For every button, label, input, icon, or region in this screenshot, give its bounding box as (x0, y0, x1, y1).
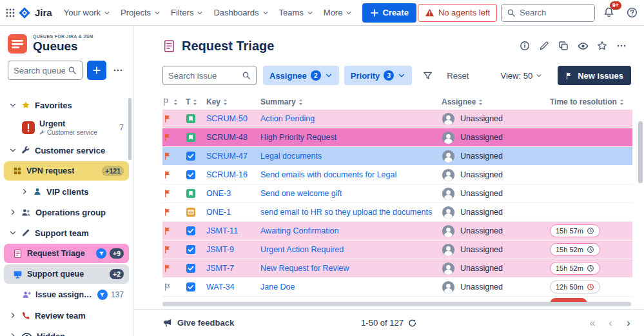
issue-summary-link[interactable]: High Priority Request (260, 133, 337, 142)
sidebar-item-review-team[interactable]: Review team (4, 306, 129, 325)
issue-key-link[interactable]: JSMT-9 (206, 245, 234, 254)
issue-row-one-1[interactable]: ONE-1send email to HR so they upload the… (162, 203, 632, 222)
sidebar-item-customer-service[interactable]: Customer service (4, 141, 129, 160)
issue-row-jsmt-7[interactable]: JSMT-7New Request for ReviewUnassigned15… (162, 259, 632, 278)
sidebar-item-vpn-request[interactable]: VPN request+121 (4, 161, 129, 181)
issue-summary-link[interactable]: Jane Doe (260, 282, 295, 292)
issue-key-link[interactable]: SCRUM-47 (206, 152, 248, 161)
app-switcher-button[interactable] (5, 3, 15, 23)
queue-search[interactable] (8, 61, 83, 80)
filter-button[interactable] (418, 66, 436, 84)
issue-row-one-3[interactable]: ONE-3Send one welcome giftUnassigned (162, 184, 632, 203)
first-page-button[interactable]: « (585, 315, 600, 331)
prev-page-button[interactable]: ‹ (603, 315, 618, 331)
global-search[interactable] (501, 4, 595, 22)
issue-summary-link[interactable]: New Request for Review (260, 264, 349, 273)
issue-row-scrum-16[interactable]: SCRUM-16Send emails with documents for L… (162, 166, 632, 184)
issue-key-link[interactable]: SCRUM-16 (206, 170, 248, 179)
refresh-button[interactable] (408, 319, 417, 328)
table-body: SCRUM-50Action PendingUnassignedSCRUM-48… (162, 110, 632, 303)
issue-row-jsmt-9[interactable]: JSMT-9Urgent Action RequiredUnassigned15… (162, 241, 632, 259)
issue-summary-link[interactable]: Urgent Action Required (260, 245, 344, 254)
issue-row-scrum-48[interactable]: SCRUM-48High Priority RequestUnassigned (162, 128, 632, 147)
issue-summary-link[interactable]: Awaiting Confirmation (260, 226, 338, 235)
page-action-more[interactable] (613, 37, 630, 54)
top-menu-filters[interactable]: Filters (166, 4, 208, 21)
sidebar-more-button[interactable] (111, 61, 125, 80)
sidebar-item-vip-clients[interactable]: VIP clients (4, 182, 129, 201)
view-select[interactable]: View: 50 (497, 68, 547, 83)
horizontal-scrollbar-thumb[interactable] (162, 302, 631, 306)
top-menu-projects[interactable]: Projects (115, 4, 166, 21)
issue-summary-link[interactable]: send email to HR so they upload the docu… (260, 208, 432, 217)
issues-table: TKeySummaryAssigneeTime to resolution SC… (162, 94, 632, 303)
next-page-button[interactable]: › (621, 315, 636, 331)
summary-cell: Send one welcome gift (260, 189, 442, 198)
page-action-eye[interactable] (574, 37, 591, 54)
issue-key-link[interactable]: SCRUM-50 (206, 114, 248, 123)
sidebar-item-support-team[interactable]: Support team (4, 223, 129, 242)
create-button[interactable]: Create (362, 3, 416, 23)
issue-row-scrum-50[interactable]: SCRUM-50Action PendingUnassigned (162, 110, 632, 128)
sidebar-item-urgent[interactable]: UrgentCustomer service7 (4, 116, 129, 139)
horizontal-scrollbar[interactable] (162, 302, 631, 306)
sidebar-item-favorites[interactable]: Favorites (4, 95, 129, 115)
sidebar-item-operations-group[interactable]: Operations group (4, 203, 129, 222)
global-search-input[interactable] (520, 8, 589, 17)
issue-summary-link[interactable]: Send one welcome gift (260, 189, 342, 198)
sidebar-scrollbar[interactable] (128, 98, 132, 160)
top-menu-more[interactable]: More (318, 4, 358, 21)
issue-search[interactable] (162, 66, 257, 85)
column-header-summary[interactable]: Summary (260, 97, 442, 106)
sidebar-item-hidden[interactable]: Hidden (4, 326, 129, 336)
column-label: Key (206, 97, 220, 106)
page-action-edit[interactable] (536, 37, 552, 54)
issue-row-scrum-47[interactable]: SCRUM-47Legal documentsUnassigned (162, 147, 632, 166)
issue-search-input[interactable] (168, 71, 239, 81)
issue-summary-link[interactable]: Send emails with documents for Legal (260, 170, 396, 179)
issue-key-link[interactable]: SCRUM-48 (206, 133, 248, 142)
top-menu-teams[interactable]: Teams (274, 4, 318, 21)
top-menu-dashboards[interactable]: Dashboards (208, 4, 273, 21)
filter-pill-priority[interactable]: Priority3 (344, 66, 413, 85)
column-header-time-to-resolution[interactable]: Time to resolution (550, 97, 632, 106)
column-header-flag[interactable] (162, 97, 186, 106)
reset-button[interactable]: Reset (443, 68, 473, 83)
sidebar-item-issue-assignemer[interactable]: Issue assignemer137 (4, 285, 129, 304)
issue-row-jsmt-11[interactable]: JSMT-11Awaiting ConfirmationUnassigned15… (162, 222, 632, 241)
add-queue-button[interactable] (87, 61, 106, 80)
give-feedback-button[interactable]: Give feedback (162, 318, 234, 328)
notifications-button[interactable]: 9+ (599, 3, 618, 23)
top-menu-your-work[interactable]: Your work (59, 4, 115, 21)
column-header-key[interactable]: Key (206, 97, 260, 106)
issue-key-link[interactable]: ONE-1 (206, 208, 231, 217)
sort-icon (223, 99, 228, 106)
jira-brand[interactable]: Jira (17, 6, 57, 19)
issue-summary-link[interactable]: Legal documents (260, 152, 322, 161)
issue-summary-link[interactable]: Action Pending (260, 114, 315, 123)
sidebar-item-request-triage[interactable]: Request Triage+9 (4, 244, 129, 263)
page-action-copy[interactable] (555, 37, 572, 54)
vertical-scrollbar-thumb[interactable] (638, 121, 643, 183)
feedback-label: Give feedback (177, 318, 234, 328)
sidebar-item-support-queue[interactable]: Support queue+2 (4, 264, 129, 284)
filter-label: Assignee (269, 71, 307, 81)
column-header-t[interactable]: T (186, 97, 206, 106)
column-header-assignee[interactable]: Assignee (442, 97, 550, 106)
issue-key-link[interactable]: JSMT-7 (206, 264, 234, 273)
queue-search-input[interactable] (14, 66, 65, 75)
new-issues-button[interactable]: New issues (558, 66, 631, 85)
no-agents-left-button[interactable]: No agents left (418, 4, 497, 22)
issue-key-link[interactable]: ONE-3 (206, 189, 231, 198)
page-action-info[interactable] (516, 37, 533, 54)
page-action-star-outline[interactable] (594, 37, 610, 54)
search-icon (242, 71, 251, 80)
issue-row-wat-34[interactable]: WAT-34Jane DoeUnassigned12h 50m (162, 278, 632, 297)
vertical-scrollbar[interactable] (638, 121, 643, 301)
issue-key-link[interactable]: WAT-34 (206, 282, 235, 292)
queue-label: VIP clients (46, 187, 89, 197)
issue-key-link[interactable]: JSMT-11 (206, 226, 238, 235)
filter-pill-assignee[interactable]: Assignee2 (263, 66, 339, 85)
help-button[interactable] (622, 3, 641, 23)
column-label: Summary (260, 97, 296, 106)
